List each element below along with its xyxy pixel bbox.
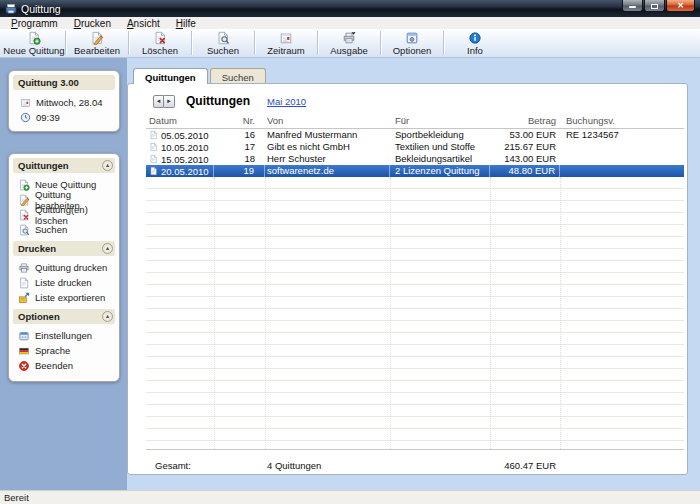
print-output-icon xyxy=(342,31,356,45)
calendar-icon xyxy=(20,97,31,108)
table-row-selected[interactable]: 20.05.2010 19 softwarenetz.de 2 Lizenzen… xyxy=(146,165,684,177)
statusbar: Bereit xyxy=(0,490,700,504)
status-text: Bereit xyxy=(4,492,29,503)
previous-month-button[interactable]: ◂ xyxy=(153,95,164,108)
receipt-doc-icon xyxy=(149,166,158,176)
sidebar-item-beenden[interactable]: Beenden xyxy=(13,358,115,373)
tab-bar: Quittungen Suchen xyxy=(133,68,688,83)
window-title: Quittung xyxy=(21,3,61,15)
toolbar: Neue Quittung Bearbeiten Löschen Suchen … xyxy=(0,29,700,58)
sidebar-item-liste-exportieren[interactable]: Liste exportieren xyxy=(13,290,115,305)
total-amount: 460.47 EUR xyxy=(490,460,560,471)
sidebar-item-quittung-drucken[interactable]: Quittung drucken xyxy=(13,260,115,275)
info-icon xyxy=(468,31,482,45)
toolbar-delete-button[interactable]: Löschen xyxy=(129,29,191,57)
collapse-button[interactable]: ▴ xyxy=(102,160,113,171)
app-window: Quittung ✕ Programm Drucken Ansicht Hilf… xyxy=(0,0,700,504)
table-row[interactable]: 05.05.2010 16 Manfred Mustermann Sportbe… xyxy=(146,129,684,141)
section-quittungen-header: Quittungen ▴ xyxy=(13,158,115,173)
sidebar-info-panel: Quittung 3.00 Mittwoch, 28.04 09:39 xyxy=(8,70,120,132)
printer-icon xyxy=(18,262,30,274)
menu-drucken[interactable]: Drucken xyxy=(66,18,119,29)
menubar: Programm Drucken Ansicht Hilfe xyxy=(0,17,700,29)
settings-icon xyxy=(18,330,30,342)
delete-icon xyxy=(18,209,30,221)
new-receipt-icon xyxy=(27,31,41,45)
menu-hilfe[interactable]: Hilfe xyxy=(168,18,204,29)
toolbar-options-button[interactable]: Optionen xyxy=(381,29,443,57)
receipt-count: 4 Quittungen xyxy=(265,460,390,471)
total-label: Gesamt: xyxy=(146,460,214,471)
section-optionen-header: Optionen ▴ xyxy=(13,309,115,324)
menu-programm[interactable]: Programm xyxy=(3,18,66,29)
maximize-button[interactable] xyxy=(644,0,665,12)
receipts-panel: ◂ ▸ Quittungen Mai 2010 Datum Nr. Von Fü… xyxy=(127,83,688,475)
sidebar-item-liste-drucken[interactable]: Liste drucken xyxy=(13,275,115,290)
close-button[interactable]: ✕ xyxy=(666,0,695,12)
app-icon xyxy=(5,3,17,15)
new-receipt-icon xyxy=(18,179,30,191)
table-header: Datum Nr. Von Für Betrag Buchungsv. xyxy=(146,115,684,129)
menu-ansicht[interactable]: Ansicht xyxy=(119,18,168,29)
receipt-doc-icon xyxy=(149,154,158,164)
page-title: Quittungen xyxy=(186,94,250,108)
minimize-icon xyxy=(629,6,636,8)
app-version-label: Quittung 3.00 xyxy=(18,77,79,88)
toolbar-edit-button[interactable]: Bearbeiten xyxy=(66,29,128,57)
collapse-button[interactable]: ▴ xyxy=(102,243,113,254)
sidebar-item-quittungen-loeschen[interactable]: Quittung(en) löschen xyxy=(13,207,115,222)
table-footer: Gesamt: 4 Quittungen 460.47 EUR xyxy=(146,450,684,474)
toolbar-period-button[interactable]: Zeitraum xyxy=(255,29,317,57)
delete-icon xyxy=(153,31,167,45)
toolbar-output-button[interactable]: Ausgabe xyxy=(318,29,380,57)
sidebar-item-sprache[interactable]: Sprache xyxy=(13,343,115,358)
document-icon xyxy=(18,277,30,289)
section-drucken-header: Drucken ▴ xyxy=(13,241,115,256)
maximize-icon xyxy=(651,4,658,9)
period-link[interactable]: Mai 2010 xyxy=(267,96,306,107)
tab-quittungen[interactable]: Quittungen xyxy=(133,68,208,84)
sidebar-nav-panel: Quittungen ▴ Neue Quittung Quittung bear… xyxy=(8,153,120,382)
titlebar: Quittung ✕ xyxy=(0,0,700,17)
toolbar-new-receipt-button[interactable]: Neue Quittung xyxy=(3,29,65,57)
clock-icon xyxy=(20,112,31,123)
edit-icon xyxy=(18,194,30,206)
table-row[interactable]: 15.05.2010 18 Herr Schuster Bekleidungsa… xyxy=(146,153,684,165)
current-time: 09:39 xyxy=(15,110,115,125)
next-month-button[interactable]: ▸ xyxy=(164,95,175,108)
search-icon xyxy=(18,224,30,236)
toolbar-search-button[interactable]: Suchen xyxy=(192,29,254,57)
current-date: Mittwoch, 28.04 xyxy=(15,95,115,110)
toolbar-info-button[interactable]: Info xyxy=(444,29,506,57)
tab-suchen[interactable]: Suchen xyxy=(210,68,266,83)
edit-icon xyxy=(90,31,104,45)
german-flag-icon xyxy=(18,345,30,357)
empty-rows-grid xyxy=(146,177,684,450)
minimize-button[interactable] xyxy=(622,0,643,12)
search-icon xyxy=(216,31,230,45)
export-icon xyxy=(18,292,30,304)
main-content: Quittungen Suchen ◂ ▸ Quittungen Mai 201… xyxy=(127,58,700,490)
close-icon: ✕ xyxy=(677,2,684,10)
options-icon xyxy=(405,31,419,45)
sidebar: Quittung 3.00 Mittwoch, 28.04 09:39 Quit… xyxy=(0,58,127,490)
receipt-doc-icon xyxy=(149,142,158,152)
receipt-doc-icon xyxy=(149,130,158,140)
table-row[interactable]: 10.05.2010 17 Gibt es nicht GmbH Textili… xyxy=(146,141,684,153)
quit-icon xyxy=(18,360,30,372)
sidebar-item-einstellungen[interactable]: Einstellungen xyxy=(13,328,115,343)
calendar-icon xyxy=(279,31,293,45)
collapse-button[interactable]: ▴ xyxy=(102,311,113,322)
